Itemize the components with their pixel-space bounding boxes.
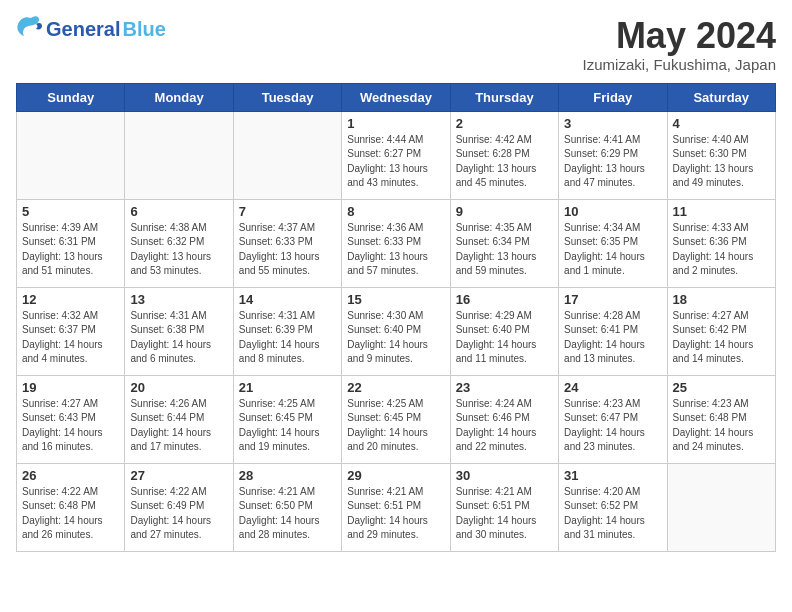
calendar-week-2: 5Sunrise: 4:39 AM Sunset: 6:31 PM Daylig… bbox=[17, 199, 776, 287]
cell-info: Sunrise: 4:27 AM Sunset: 6:42 PM Dayligh… bbox=[673, 309, 770, 367]
calendar-cell bbox=[17, 111, 125, 199]
day-number: 9 bbox=[456, 204, 553, 219]
day-number: 18 bbox=[673, 292, 770, 307]
weekday-header-sunday: Sunday bbox=[17, 83, 125, 111]
day-number: 19 bbox=[22, 380, 119, 395]
logo-blue-text: Blue bbox=[122, 18, 165, 41]
day-number: 11 bbox=[673, 204, 770, 219]
day-number: 7 bbox=[239, 204, 336, 219]
cell-info: Sunrise: 4:42 AM Sunset: 6:28 PM Dayligh… bbox=[456, 133, 553, 191]
cell-info: Sunrise: 4:31 AM Sunset: 6:39 PM Dayligh… bbox=[239, 309, 336, 367]
calendar-cell: 19Sunrise: 4:27 AM Sunset: 6:43 PM Dayli… bbox=[17, 375, 125, 463]
location-title: Izumizaki, Fukushima, Japan bbox=[583, 56, 776, 73]
calendar-cell: 4Sunrise: 4:40 AM Sunset: 6:30 PM Daylig… bbox=[667, 111, 775, 199]
day-number: 24 bbox=[564, 380, 661, 395]
cell-info: Sunrise: 4:36 AM Sunset: 6:33 PM Dayligh… bbox=[347, 221, 444, 279]
calendar-cell: 21Sunrise: 4:25 AM Sunset: 6:45 PM Dayli… bbox=[233, 375, 341, 463]
cell-info: Sunrise: 4:26 AM Sunset: 6:44 PM Dayligh… bbox=[130, 397, 227, 455]
cell-info: Sunrise: 4:37 AM Sunset: 6:33 PM Dayligh… bbox=[239, 221, 336, 279]
cell-info: Sunrise: 4:40 AM Sunset: 6:30 PM Dayligh… bbox=[673, 133, 770, 191]
day-number: 3 bbox=[564, 116, 661, 131]
calendar-cell: 17Sunrise: 4:28 AM Sunset: 6:41 PM Dayli… bbox=[559, 287, 667, 375]
cell-info: Sunrise: 4:31 AM Sunset: 6:38 PM Dayligh… bbox=[130, 309, 227, 367]
day-number: 30 bbox=[456, 468, 553, 483]
cell-info: Sunrise: 4:29 AM Sunset: 6:40 PM Dayligh… bbox=[456, 309, 553, 367]
calendar-cell bbox=[233, 111, 341, 199]
calendar-table: SundayMondayTuesdayWednesdayThursdayFrid… bbox=[16, 83, 776, 552]
calendar-cell: 15Sunrise: 4:30 AM Sunset: 6:40 PM Dayli… bbox=[342, 287, 450, 375]
calendar-cell: 6Sunrise: 4:38 AM Sunset: 6:32 PM Daylig… bbox=[125, 199, 233, 287]
weekday-header-row: SundayMondayTuesdayWednesdayThursdayFrid… bbox=[17, 83, 776, 111]
day-number: 12 bbox=[22, 292, 119, 307]
cell-info: Sunrise: 4:25 AM Sunset: 6:45 PM Dayligh… bbox=[239, 397, 336, 455]
calendar-cell: 14Sunrise: 4:31 AM Sunset: 6:39 PM Dayli… bbox=[233, 287, 341, 375]
calendar-cell: 28Sunrise: 4:21 AM Sunset: 6:50 PM Dayli… bbox=[233, 463, 341, 551]
cell-info: Sunrise: 4:22 AM Sunset: 6:49 PM Dayligh… bbox=[130, 485, 227, 543]
cell-info: Sunrise: 4:25 AM Sunset: 6:45 PM Dayligh… bbox=[347, 397, 444, 455]
cell-info: Sunrise: 4:20 AM Sunset: 6:52 PM Dayligh… bbox=[564, 485, 661, 543]
cell-info: Sunrise: 4:38 AM Sunset: 6:32 PM Dayligh… bbox=[130, 221, 227, 279]
cell-info: Sunrise: 4:39 AM Sunset: 6:31 PM Dayligh… bbox=[22, 221, 119, 279]
day-number: 23 bbox=[456, 380, 553, 395]
day-number: 13 bbox=[130, 292, 227, 307]
cell-info: Sunrise: 4:27 AM Sunset: 6:43 PM Dayligh… bbox=[22, 397, 119, 455]
calendar-week-3: 12Sunrise: 4:32 AM Sunset: 6:37 PM Dayli… bbox=[17, 287, 776, 375]
day-number: 10 bbox=[564, 204, 661, 219]
calendar-cell: 13Sunrise: 4:31 AM Sunset: 6:38 PM Dayli… bbox=[125, 287, 233, 375]
weekday-header-saturday: Saturday bbox=[667, 83, 775, 111]
cell-info: Sunrise: 4:34 AM Sunset: 6:35 PM Dayligh… bbox=[564, 221, 661, 279]
cell-info: Sunrise: 4:28 AM Sunset: 6:41 PM Dayligh… bbox=[564, 309, 661, 367]
calendar-cell: 5Sunrise: 4:39 AM Sunset: 6:31 PM Daylig… bbox=[17, 199, 125, 287]
title-section: May 2024 Izumizaki, Fukushima, Japan bbox=[583, 16, 776, 73]
day-number: 6 bbox=[130, 204, 227, 219]
cell-info: Sunrise: 4:33 AM Sunset: 6:36 PM Dayligh… bbox=[673, 221, 770, 279]
calendar-week-4: 19Sunrise: 4:27 AM Sunset: 6:43 PM Dayli… bbox=[17, 375, 776, 463]
calendar-cell: 3Sunrise: 4:41 AM Sunset: 6:29 PM Daylig… bbox=[559, 111, 667, 199]
day-number: 1 bbox=[347, 116, 444, 131]
day-number: 26 bbox=[22, 468, 119, 483]
day-number: 4 bbox=[673, 116, 770, 131]
cell-info: Sunrise: 4:23 AM Sunset: 6:48 PM Dayligh… bbox=[673, 397, 770, 455]
cell-info: Sunrise: 4:35 AM Sunset: 6:34 PM Dayligh… bbox=[456, 221, 553, 279]
weekday-header-tuesday: Tuesday bbox=[233, 83, 341, 111]
calendar-cell bbox=[125, 111, 233, 199]
calendar-cell: 29Sunrise: 4:21 AM Sunset: 6:51 PM Dayli… bbox=[342, 463, 450, 551]
day-number: 8 bbox=[347, 204, 444, 219]
calendar-cell: 25Sunrise: 4:23 AM Sunset: 6:48 PM Dayli… bbox=[667, 375, 775, 463]
cell-info: Sunrise: 4:30 AM Sunset: 6:40 PM Dayligh… bbox=[347, 309, 444, 367]
cell-info: Sunrise: 4:32 AM Sunset: 6:37 PM Dayligh… bbox=[22, 309, 119, 367]
calendar-cell: 20Sunrise: 4:26 AM Sunset: 6:44 PM Dayli… bbox=[125, 375, 233, 463]
calendar-cell: 22Sunrise: 4:25 AM Sunset: 6:45 PM Dayli… bbox=[342, 375, 450, 463]
day-number: 28 bbox=[239, 468, 336, 483]
cell-info: Sunrise: 4:24 AM Sunset: 6:46 PM Dayligh… bbox=[456, 397, 553, 455]
weekday-header-wednesday: Wednesday bbox=[342, 83, 450, 111]
calendar-cell: 24Sunrise: 4:23 AM Sunset: 6:47 PM Dayli… bbox=[559, 375, 667, 463]
day-number: 15 bbox=[347, 292, 444, 307]
day-number: 31 bbox=[564, 468, 661, 483]
cell-info: Sunrise: 4:21 AM Sunset: 6:50 PM Dayligh… bbox=[239, 485, 336, 543]
calendar-cell: 31Sunrise: 4:20 AM Sunset: 6:52 PM Dayli… bbox=[559, 463, 667, 551]
day-number: 22 bbox=[347, 380, 444, 395]
calendar-cell: 8Sunrise: 4:36 AM Sunset: 6:33 PM Daylig… bbox=[342, 199, 450, 287]
day-number: 25 bbox=[673, 380, 770, 395]
calendar-cell: 1Sunrise: 4:44 AM Sunset: 6:27 PM Daylig… bbox=[342, 111, 450, 199]
page-header: GeneralBlue May 2024 Izumizaki, Fukushim… bbox=[16, 16, 776, 73]
calendar-cell: 11Sunrise: 4:33 AM Sunset: 6:36 PM Dayli… bbox=[667, 199, 775, 287]
calendar-cell: 10Sunrise: 4:34 AM Sunset: 6:35 PM Dayli… bbox=[559, 199, 667, 287]
calendar-cell bbox=[667, 463, 775, 551]
cell-info: Sunrise: 4:41 AM Sunset: 6:29 PM Dayligh… bbox=[564, 133, 661, 191]
calendar-cell: 12Sunrise: 4:32 AM Sunset: 6:37 PM Dayli… bbox=[17, 287, 125, 375]
cell-info: Sunrise: 4:21 AM Sunset: 6:51 PM Dayligh… bbox=[456, 485, 553, 543]
calendar-cell: 23Sunrise: 4:24 AM Sunset: 6:46 PM Dayli… bbox=[450, 375, 558, 463]
calendar-week-5: 26Sunrise: 4:22 AM Sunset: 6:48 PM Dayli… bbox=[17, 463, 776, 551]
cell-info: Sunrise: 4:21 AM Sunset: 6:51 PM Dayligh… bbox=[347, 485, 444, 543]
weekday-header-friday: Friday bbox=[559, 83, 667, 111]
day-number: 29 bbox=[347, 468, 444, 483]
calendar-cell: 2Sunrise: 4:42 AM Sunset: 6:28 PM Daylig… bbox=[450, 111, 558, 199]
day-number: 5 bbox=[22, 204, 119, 219]
day-number: 21 bbox=[239, 380, 336, 395]
cell-info: Sunrise: 4:23 AM Sunset: 6:47 PM Dayligh… bbox=[564, 397, 661, 455]
day-number: 2 bbox=[456, 116, 553, 131]
day-number: 14 bbox=[239, 292, 336, 307]
weekday-header-monday: Monday bbox=[125, 83, 233, 111]
